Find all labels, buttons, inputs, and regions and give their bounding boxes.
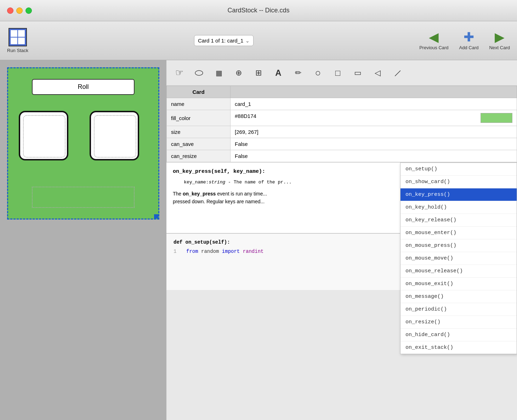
right-panel: ☞ ⬭ ▦ ⊕ ⊞ A ✏ ○ □ ▭ ◁ — Card	[166, 60, 517, 420]
card-selector-text: Card 1 of 1: card_1	[198, 38, 243, 44]
rrect-tool[interactable]: ▭	[348, 64, 367, 82]
image-tool[interactable]: ⊞	[249, 64, 268, 82]
web-tool[interactable]: ⊕	[229, 64, 248, 82]
card-selector-area: Card 1 of 1: card_1 ⌄	[194, 35, 254, 46]
die-left	[19, 111, 68, 160]
die-right-inner	[94, 115, 136, 158]
bottom-top: on_key_press(self, key_name): key_name:s…	[166, 163, 517, 233]
card-dropdown[interactable]: Card 1 of 1: card_1 ⌄	[194, 35, 254, 46]
next-card-label: Next Card	[489, 45, 510, 50]
die-right	[90, 111, 139, 160]
text-tool[interactable]: A	[269, 64, 288, 82]
bottom-panel: on_key_press(self, key_name): key_name:s…	[166, 163, 517, 420]
field-tool[interactable]: ▦	[210, 64, 228, 82]
prop-key-name: name	[167, 98, 231, 110]
prop-value-fill_color[interactable]: #88D174	[231, 110, 517, 126]
dropdown-item-on_mouse_move[interactable]: on_mouse_move()	[400, 252, 517, 265]
line-tool[interactable]: —	[384, 60, 410, 86]
prop-key-fill_color: fill_color	[167, 110, 231, 126]
dropdown-item-on_mouse_exit[interactable]: on_mouse_exit()	[400, 278, 517, 290]
prop-key-size: size	[167, 126, 231, 138]
nav-buttons: ◀ Previous Card ✚ Add Card ▶ Next Card	[419, 31, 510, 50]
titlebar: CardStock -- Dice.cds	[0, 0, 517, 21]
card-canvas-panel: Roll	[0, 60, 166, 420]
pen-tool[interactable]: ✏	[289, 64, 307, 82]
tools-row: ☞ ⬭ ▦ ⊕ ⊞ A ✏ ○ □ ▭ ◁ —	[166, 60, 517, 86]
prop-key-can_resize: can_resize	[167, 150, 231, 162]
dropdown-item-on_key_release[interactable]: on_key_release()	[400, 214, 517, 227]
roll-button[interactable]: Roll	[32, 79, 135, 95]
chevron-down-icon: ⌄	[245, 38, 250, 44]
add-card-label: Add Card	[459, 45, 479, 50]
properties-area: Card namecard_1fill_color#88D174size[269…	[166, 86, 517, 163]
dropdown-item-on_setup[interactable]: on_setup()	[400, 163, 517, 176]
run-stack-label: Run Stack	[7, 48, 28, 53]
die-left-inner	[23, 115, 66, 158]
main-content: Roll ☞ ⬭ ▦ ⊕ ⊞ A ✏ ○ □ ▭	[0, 60, 517, 420]
event-dropdown[interactable]: on_setup()on_show_card()on_key_press()on…	[400, 163, 517, 354]
maximize-button[interactable]	[25, 7, 32, 14]
add-card-button[interactable]: ✚ Add Card	[459, 31, 479, 50]
add-card-icon: ✚	[464, 31, 474, 44]
traffic-lights	[7, 7, 32, 14]
line-number: 1	[174, 249, 181, 254]
select-tool[interactable]: ☞	[170, 64, 188, 82]
dropdown-item-on_key_hold[interactable]: on_key_hold()	[400, 201, 517, 214]
dropdown-item-on_hide_card[interactable]: on_hide_card()	[400, 329, 517, 341]
circle-tool[interactable]: ○	[309, 64, 327, 82]
prev-card-button[interactable]: ◀ Previous Card	[419, 31, 448, 50]
next-card-icon: ▶	[495, 31, 505, 44]
prop-key-can_save: can_save	[167, 138, 231, 150]
oval-tool[interactable]: ⬭	[190, 64, 208, 82]
rect-tool[interactable]: □	[329, 64, 347, 82]
roll-button-label: Roll	[78, 83, 89, 91]
dropdown-item-on_mouse_release[interactable]: on_mouse_release()	[400, 265, 517, 278]
toolbar: Run Stack Card 1 of 1: card_1 ⌄ ◀ Previo…	[0, 21, 517, 60]
minimize-button[interactable]	[16, 7, 23, 14]
run-stack-button[interactable]: Run Stack	[7, 28, 28, 53]
dropdown-item-on_show_card[interactable]: on_show_card()	[400, 176, 517, 188]
col-header-value	[231, 86, 517, 98]
dropdown-item-on_mouse_press[interactable]: on_mouse_press()	[400, 239, 517, 252]
window-title: CardStock -- Dice.cds	[227, 7, 289, 14]
dropdown-item-on_exit_stack[interactable]: on_exit_stack()	[400, 341, 517, 354]
dropdown-item-on_mouse_enter[interactable]: on_mouse_enter()	[400, 227, 517, 239]
canvas-resize-handle[interactable]	[154, 214, 158, 218]
col-header-key: Card	[167, 86, 231, 98]
run-stack-icon	[8, 28, 27, 46]
color-swatch[interactable]	[481, 113, 512, 123]
dropdown-item-on_key_press[interactable]: on_key_press()	[400, 188, 517, 201]
score-area	[32, 187, 135, 208]
close-button[interactable]	[7, 7, 13, 14]
next-card-button[interactable]: ▶ Next Card	[489, 31, 510, 50]
prop-value-name: card_1	[231, 98, 517, 110]
dropdown-item-on_periodic[interactable]: on_periodic()	[400, 303, 517, 316]
card-area[interactable]: Roll	[7, 67, 159, 220]
properties-table: Card namecard_1fill_color#88D174size[269…	[166, 86, 517, 162]
poly-tool[interactable]: ◁	[368, 64, 387, 82]
prop-value-size: [269, 267]	[231, 126, 517, 138]
prev-card-label: Previous Card	[419, 45, 448, 50]
prop-value-can_save: False	[231, 138, 517, 150]
dropdown-item-on_resize[interactable]: on_resize()	[400, 316, 517, 329]
prop-value-can_resize: False	[231, 150, 517, 162]
code-content: from random import randint	[186, 249, 263, 254]
dropdown-item-on_message[interactable]: on_message()	[400, 290, 517, 303]
prev-card-icon: ◀	[429, 31, 439, 44]
